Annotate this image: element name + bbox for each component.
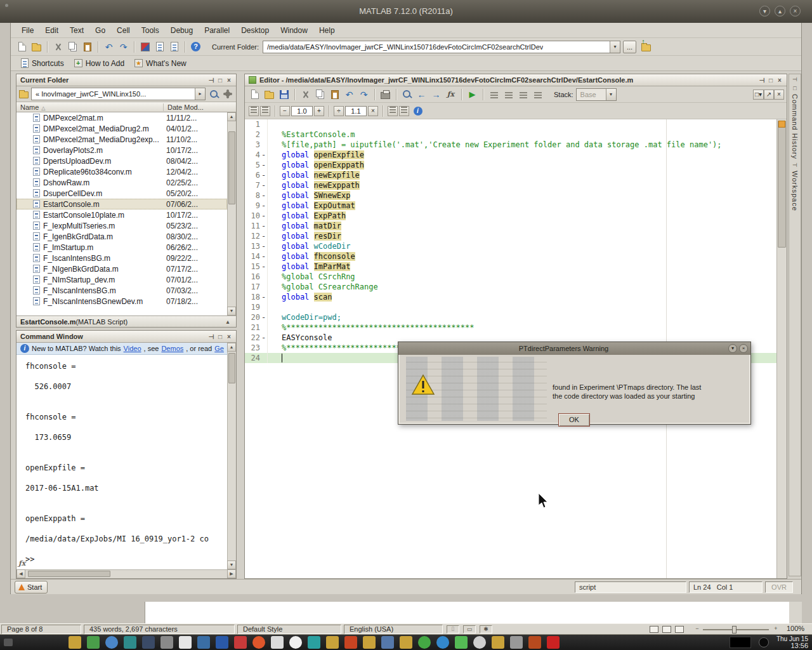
taskbar-app-icon[interactable] — [418, 636, 431, 649]
insert-cell-button[interactable] — [249, 106, 259, 116]
dialog-minimize-button[interactable]: ▾ — [728, 344, 737, 353]
menu-item[interactable]: Desktop — [235, 24, 275, 37]
menu-item[interactable]: Text — [64, 24, 89, 37]
stack-combo[interactable]: Base ▾ — [576, 88, 617, 101]
file-row[interactable]: F_IgenBkGrdData.m 08/30/2... — [16, 231, 227, 242]
file-row[interactable]: DMPexcel2mat.m 11/11/2... — [16, 112, 227, 123]
decrement-value-button[interactable]: − — [280, 106, 290, 116]
value-step-field[interactable]: 1.0 — [291, 106, 313, 116]
file-row[interactable]: F_NIscanIntensBGnewDev.m 07/18/2... — [16, 296, 227, 307]
file-row[interactable]: EstartConsole10plate.m 10/17/2... — [16, 209, 227, 220]
fx-button[interactable]: ƒx — [18, 559, 25, 567]
taskbar-app-icon[interactable] — [510, 636, 523, 649]
file-row[interactable]: F_NIscanIntensBG.m 07/03/2... — [16, 285, 227, 296]
taskbar-app-icon[interactable] — [308, 636, 320, 649]
ok-button[interactable]: OK — [558, 413, 590, 427]
scrollbar-thumb[interactable] — [228, 131, 235, 204]
editor-line[interactable]: 15-global ImParMat — [245, 262, 787, 272]
editor-line[interactable]: 20-wCodeDir=pwd; — [245, 312, 787, 322]
file-row[interactable]: F_IscanIntensBG.m 09/22/2... — [16, 253, 227, 263]
menu-item[interactable]: Tools — [136, 24, 165, 37]
date-column-header[interactable]: Date Mod... — [164, 103, 204, 111]
editor-line[interactable]: 6-global newExpfile — [245, 170, 787, 180]
clock[interactable]: Thu Jun 15 13:56 — [776, 635, 808, 649]
eval-cell-button[interactable] — [388, 106, 398, 116]
editor-line[interactable]: 14-global fhconsole — [245, 251, 787, 262]
taskbar-app-icon[interactable] — [105, 636, 118, 649]
scrollbar-thumb[interactable] — [28, 571, 110, 577]
new-file-button[interactable] — [247, 87, 262, 102]
redo-button[interactable]: ↷ — [116, 39, 131, 54]
editor-line[interactable]: 5-global openExppath — [245, 160, 787, 170]
redo-button[interactable]: ↷ — [357, 87, 371, 102]
file-row[interactable]: DoverlayPlots2.m 10/17/2... — [16, 145, 227, 156]
zoom-in-icon[interactable]: + — [771, 625, 780, 633]
close-button[interactable]: × — [790, 6, 801, 17]
paste-button[interactable] — [80, 39, 95, 54]
editor-line[interactable]: 3%[file,path] = uiputfile('.mat','Create… — [245, 140, 787, 150]
taskbar-app-icon[interactable] — [381, 636, 394, 649]
file-row[interactable]: DsuperCellDev.m 05/20/2... — [16, 188, 227, 199]
start-button[interactable]: Start — [15, 581, 48, 594]
editor-header[interactable]: Editor - /media/data/EASY/InovImager_jwr… — [245, 74, 787, 86]
find-button[interactable] — [400, 87, 414, 102]
taskbar-app-icon[interactable] — [234, 636, 247, 649]
taskbar-app-icon[interactable] — [69, 636, 81, 649]
warning-dialog[interactable]: PTdirectParameters Warning ▾ × found in … — [398, 342, 751, 425]
collapse-details-icon[interactable]: ▴ — [223, 318, 232, 325]
editor-line[interactable]: 7-global newExppath — [245, 180, 787, 190]
tab-command-history[interactable]: Command History — [791, 94, 799, 159]
system-monitor-widget[interactable] — [730, 637, 751, 648]
taskbar-app-icon[interactable] — [492, 636, 504, 649]
function-hints-button[interactable]: ƒx — [443, 87, 458, 102]
scroll-down-icon[interactable]: ▼ — [227, 307, 236, 315]
eval-cell-advance-button[interactable] — [399, 106, 409, 116]
address-combo[interactable]: « InovImager_jwrCF_WINLinx150... ▸ — [31, 88, 206, 100]
guide-button[interactable] — [152, 39, 167, 54]
editor-line[interactable]: 4-global openExpfile — [245, 150, 787, 160]
close-panel-icon[interactable]: × — [225, 77, 233, 84]
menu-item[interactable]: Go — [89, 24, 111, 37]
paste-button[interactable] — [327, 87, 342, 102]
cut-button[interactable] — [51, 39, 65, 54]
taskbar-app-icon[interactable] — [473, 636, 486, 649]
value-multiply-field[interactable]: 1.1 — [345, 106, 367, 116]
print-button[interactable] — [378, 87, 393, 102]
editor-line[interactable]: 13-global wCodeDir — [245, 241, 787, 251]
menu-item[interactable]: Help — [313, 24, 341, 37]
menu-item[interactable]: Cell — [111, 24, 136, 37]
taskbar-app-icon[interactable] — [455, 636, 468, 649]
close-editor-button[interactable]: × — [774, 90, 784, 100]
back-button[interactable]: ← — [414, 87, 429, 102]
menu-item[interactable]: Parallel — [199, 24, 235, 37]
taskbar-app-icon[interactable] — [197, 636, 210, 649]
undock-editor-button[interactable]: ↗ — [764, 90, 774, 100]
taskbar-app-icon[interactable] — [400, 636, 412, 649]
dock-icon[interactable]: ⊣ — [207, 77, 216, 84]
taskbar-app-icon[interactable] — [142, 636, 155, 649]
taskbar-app-icon[interactable] — [326, 636, 339, 649]
help-button[interactable] — [188, 39, 203, 54]
file-details-bar[interactable]: EstartConsole.m (MATLAB Script) ▴ — [16, 315, 236, 327]
editor-line[interactable]: 18-global scan — [245, 292, 787, 302]
taskbar-app-icon[interactable] — [252, 636, 265, 649]
cut-button[interactable] — [298, 87, 313, 102]
paragraph-style-status[interactable]: Default Style — [237, 625, 341, 634]
undock-icon[interactable]: □ — [216, 333, 225, 340]
taskbar-app-icon[interactable] — [87, 636, 100, 649]
current-folder-combo[interactable]: /media/data/EASY/InovImager_jwrCF_WINLin… — [263, 41, 620, 53]
scroll-right-icon[interactable]: ▶ — [227, 569, 236, 578]
file-row[interactable]: DMPexcel2mat_MediaDrug2.m 04/01/2... — [16, 123, 227, 134]
menu-item[interactable]: Edit — [39, 24, 64, 37]
simulink-button[interactable] — [138, 39, 152, 54]
taskbar-app-icon[interactable] — [179, 636, 192, 649]
command-output[interactable]: fhconsole = 526.0007 fhconsole = 173.065… — [16, 355, 226, 569]
window-titlebar[interactable]: MATLAB 7.12.0 (R2011a) ▾ ▴ × — [0, 0, 812, 23]
code-analyzer-indicator[interactable] — [778, 121, 785, 128]
current-folder-header[interactable]: Current Folder ⊣ □ × — [16, 74, 236, 86]
taskbar-app-icon[interactable] — [271, 636, 284, 649]
undo-button[interactable]: ↶ — [342, 87, 357, 102]
close-panel-icon[interactable]: × — [225, 333, 233, 340]
taskbar-app-icon[interactable] — [344, 636, 357, 649]
editor-line[interactable]: 16%global CSrchRng — [245, 272, 787, 282]
